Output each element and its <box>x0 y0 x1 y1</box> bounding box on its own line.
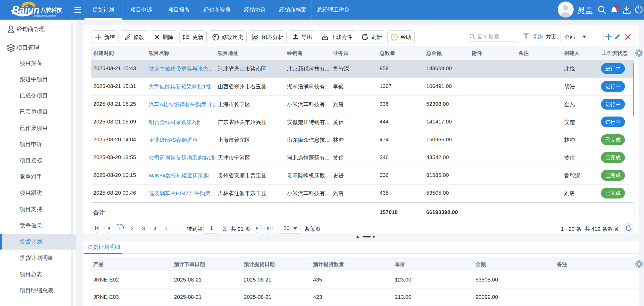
svg-text:?: ? <box>393 35 396 40</box>
svg-text:Anyone,Anytime,Anywhere!: Anyone,Anytime,Anywhere! <box>34 14 56 17</box>
svg-text:八骏科技: 八骏科技 <box>40 7 62 13</box>
